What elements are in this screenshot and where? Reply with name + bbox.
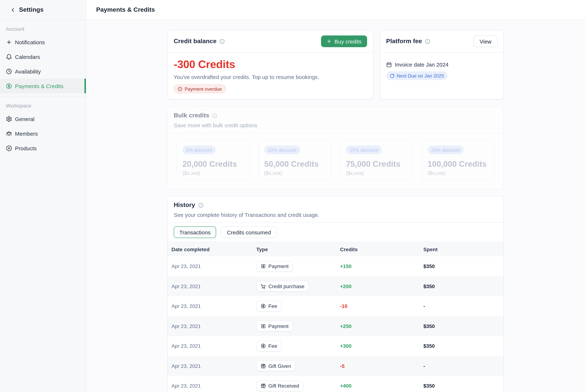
table-header: Date completed Type Credits Spent <box>168 242 504 256</box>
table-row[interactable]: Apr 23, 2021 Credit purchase +200 $350 <box>168 276 504 296</box>
back-button[interactable] <box>10 7 16 12</box>
active-indicator <box>84 78 86 93</box>
sidebar-item-label: General <box>15 116 34 122</box>
sidebar-item-label: Availability <box>15 68 41 74</box>
type-badge: Gift Received <box>256 381 303 391</box>
sidebar-item-general[interactable]: General <box>0 112 86 126</box>
section-label-workspace: Workspace <box>0 100 86 112</box>
tab-credits-consumed[interactable]: Credits consumed <box>221 226 277 238</box>
invoice-date-text: Invoice date Jan 2024 <box>395 62 449 68</box>
type-badge: Gift Given <box>256 361 296 371</box>
history-subtitle: See your complete history of Transaction… <box>174 212 498 218</box>
bulk-option-50000[interactable]: 10% discount 50,000 Credits ($x,xxx) <box>258 140 331 181</box>
bulk-option-credits: 100,000 Credits <box>428 160 489 169</box>
shopping-cart-icon <box>261 284 266 289</box>
settings-title: Settings <box>19 6 43 14</box>
history-card: History See your complete history of Tra… <box>167 196 504 392</box>
bulk-option-price: ($x,xxx) <box>182 170 244 176</box>
sidebar-item-label: Members <box>15 130 38 136</box>
bulk-credits-subtitle: Save more with bulk credit options <box>174 122 498 128</box>
table-row[interactable]: Apr 23, 2021 Gift Received +400 $350 <box>168 376 504 392</box>
page-title: Payments & Credits <box>96 6 155 14</box>
discount-badge: 15% discount <box>346 146 382 154</box>
sidebar-item-notifications[interactable]: Notifications <box>0 35 86 49</box>
main-area: Payments & Credits Credit balance <box>86 0 585 392</box>
topbar: Payments & Credits <box>86 0 585 20</box>
payment-icon <box>261 264 266 269</box>
tab-transactions[interactable]: Transactions <box>174 226 216 238</box>
bulk-credits-card: Bulk credits Save more with bulk credit … <box>167 106 504 190</box>
calendar-icon <box>386 62 392 68</box>
sidebar-item-calendars[interactable]: Calendars <box>0 49 86 64</box>
credit-balance-message: You've overdrafted your credits. Top up … <box>174 74 367 80</box>
gear-icon <box>6 116 12 122</box>
type-badge: Fee <box>256 341 282 352</box>
sidebar-item-label: Payments & Credits <box>15 83 63 89</box>
products-icon <box>6 145 12 151</box>
credit-balance-value: -300 Credits <box>174 58 367 70</box>
table-row[interactable]: Apr 23, 2021 Fee -10 - <box>168 296 504 316</box>
content: Credit balance Buy credits -300 Cre <box>86 20 585 392</box>
dollar-circle-icon <box>6 83 12 89</box>
bulk-credits-title: Bulk credits <box>174 112 209 119</box>
bulk-option-credits: 50,000 Credits <box>264 160 325 169</box>
info-icon[interactable] <box>425 38 431 44</box>
plus-icon <box>6 39 12 45</box>
credit-balance-title: Credit balance <box>174 38 216 45</box>
payment-icon <box>261 324 266 329</box>
view-button[interactable]: View <box>474 36 498 47</box>
gift-icon <box>261 364 266 368</box>
bulk-option-price: ($x,xxx) <box>346 170 407 176</box>
fee-dollar-icon <box>261 304 266 309</box>
chevron-left-icon <box>10 7 16 12</box>
info-icon[interactable] <box>219 38 225 44</box>
bell-icon <box>6 54 12 60</box>
gift-icon <box>261 384 266 388</box>
fee-dollar-icon <box>261 344 266 349</box>
next-due-badge: Next Due on Jan 2025 <box>386 71 448 80</box>
history-title: History <box>174 202 195 209</box>
sidebar-item-members[interactable]: Members <box>0 126 86 141</box>
type-badge: Payment <box>256 321 293 332</box>
bulk-option-credits: 75,000 Credits <box>346 160 407 169</box>
bulk-option-75000[interactable]: 15% discount 75,000 Credits ($x,xxx) <box>340 140 413 181</box>
plus-icon <box>327 39 332 44</box>
info-icon <box>212 113 218 118</box>
credit-balance-card: Credit balance Buy credits -300 Cre <box>167 30 373 100</box>
bulk-option-price: ($x,xxx) <box>264 170 325 176</box>
sidebar-item-products[interactable]: Products <box>0 141 86 156</box>
column-spent: Spent <box>423 246 504 252</box>
refresh-icon <box>390 73 395 78</box>
table-row[interactable]: Apr 23, 2021 Payment +150 $350 <box>168 256 504 276</box>
sidebar-item-label: Notifications <box>15 39 45 45</box>
discount-badge: 10% discount <box>264 146 300 154</box>
info-icon[interactable] <box>198 202 203 208</box>
table-row[interactable]: Apr 23, 2021 Payment +250 $350 <box>168 316 504 336</box>
app-window: Settings Account Notifications Calendars… <box>0 0 585 392</box>
sidebar-item-label: Calendars <box>15 54 40 60</box>
platform-fee-card: Platform fee View Invoice date Jan 2024 <box>380 30 504 100</box>
buy-credits-button[interactable]: Buy credits <box>321 36 367 47</box>
payment-overdue-badge: Payment overdue <box>174 84 226 93</box>
type-badge: Payment <box>256 261 293 272</box>
sidebar-header: Settings <box>0 0 86 20</box>
discount-badge: 20% discount <box>428 146 464 154</box>
bulk-option-20000[interactable]: 5% discount 20,000 Credits ($x,xxx) <box>177 140 250 181</box>
sidebar-item-label: Products <box>15 145 36 151</box>
type-badge: Fee <box>256 301 282 312</box>
sidebar-item-availability[interactable]: Availability <box>0 64 86 78</box>
bulk-option-100000[interactable]: 20% discount 100,000 Credits ($x,xxx) <box>422 140 495 181</box>
bulk-option-credits: 20,000 Credits <box>182 160 244 169</box>
bulk-option-price: ($x,xxx) <box>428 170 489 176</box>
type-badge: Credit purchase <box>256 281 309 292</box>
table-row[interactable]: Apr 23, 2021 Fee +300 $350 <box>168 336 504 356</box>
column-type: Type <box>256 246 340 252</box>
section-label-account: Account <box>0 24 86 35</box>
platform-fee-title: Platform fee <box>386 38 422 45</box>
table-row[interactable]: Apr 23, 2021 Gift Given -5 - <box>168 356 504 376</box>
column-date: Date completed <box>168 246 256 252</box>
sidebar-item-payments-credits[interactable]: Payments & Credits <box>0 78 86 93</box>
sidebar: Settings Account Notifications Calendars… <box>0 0 86 392</box>
alert-circle-icon <box>178 86 182 91</box>
history-tabs: Transactions Credits consumed <box>168 223 504 242</box>
